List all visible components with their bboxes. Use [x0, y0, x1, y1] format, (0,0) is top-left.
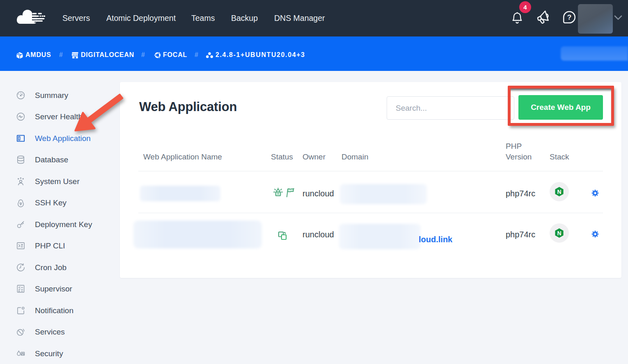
- svg-text:?: ?: [567, 13, 572, 21]
- svg-text:N: N: [557, 189, 561, 195]
- svg-text:N: N: [557, 230, 561, 237]
